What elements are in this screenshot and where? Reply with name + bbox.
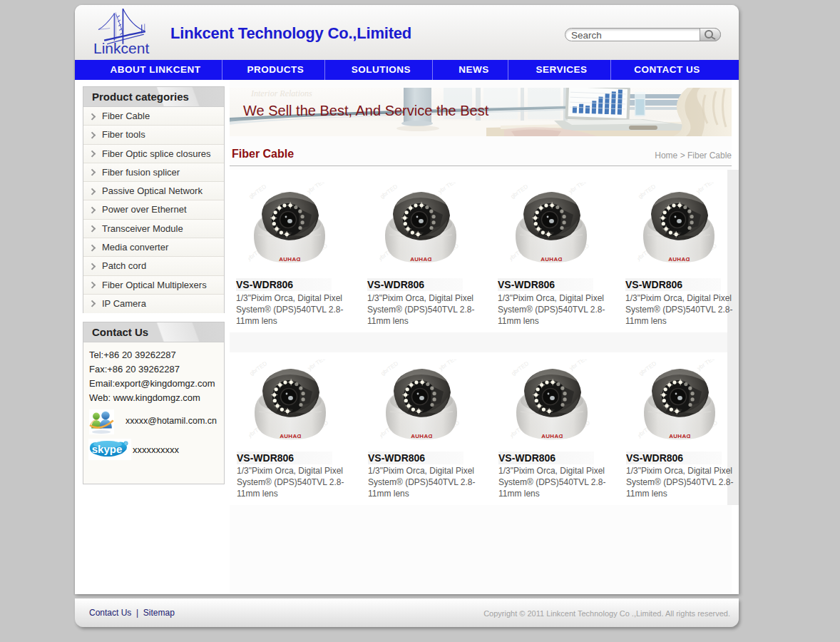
svg-text:gbrTED: gbrTED: [249, 360, 268, 377]
svg-text:ybr TEO: ybr TEO: [695, 183, 716, 195]
svg-text:ybr TEO: ybr TEO: [568, 360, 589, 372]
svg-text:DAHUA: DAHUA: [669, 433, 690, 439]
svg-text:DAHUA: DAHUA: [668, 256, 690, 263]
svg-text:ybr TEO: ybr TEO: [696, 360, 717, 372]
svg-text:gbrTED: gbrTED: [637, 183, 657, 200]
svg-text:DAHUA: DAHUA: [410, 256, 431, 263]
svg-text:ybr TEO: ybr TEO: [438, 360, 459, 372]
svg-text:DAHUA: DAHUA: [541, 256, 562, 263]
svg-text:DAHUA: DAHUA: [411, 433, 432, 439]
svg-text:gbrTED: gbrTED: [511, 360, 530, 377]
svg-text:ybr TEO: ybr TEO: [437, 183, 458, 195]
svg-text:®: ®: [124, 442, 128, 446]
svg-text:ybr TEO: ybr TEO: [306, 183, 327, 195]
svg-text:ybr TEO: ybr TEO: [307, 360, 327, 372]
svg-text:skype: skype: [92, 443, 123, 455]
svg-text:gbrTED: gbrTED: [510, 183, 529, 200]
svg-text:gbrTED: gbrTED: [248, 183, 267, 200]
svg-text:DAHUA: DAHUA: [280, 433, 301, 439]
svg-text:ybr TEO: ybr TEO: [568, 183, 588, 195]
svg-text:gbrTED: gbrTED: [638, 360, 657, 377]
svg-text:Interior Relations: Interior Relations: [250, 88, 312, 98]
svg-text:DAHUA: DAHUA: [279, 256, 300, 263]
svg-text:gbrTED: gbrTED: [379, 183, 399, 200]
svg-text:DAHUA: DAHUA: [541, 433, 563, 439]
svg-text:gbrTED: gbrTED: [380, 360, 399, 377]
